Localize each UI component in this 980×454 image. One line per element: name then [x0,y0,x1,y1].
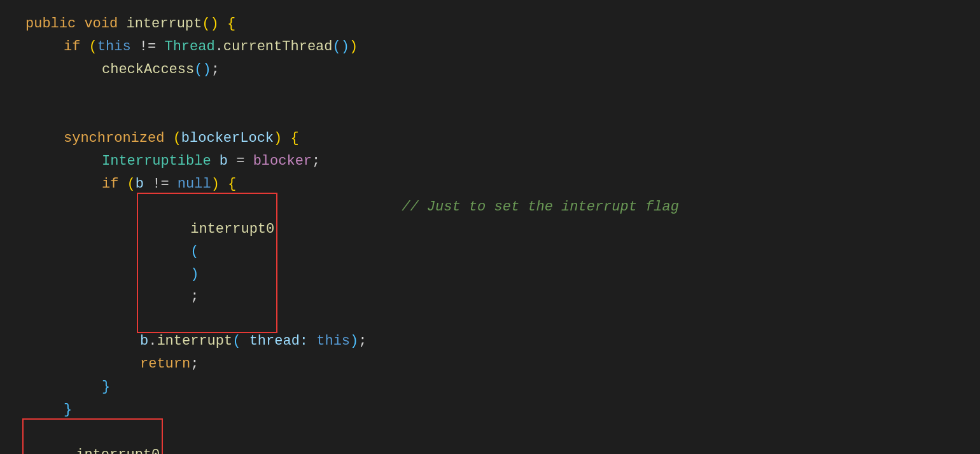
keyword-public: public [25,13,76,35]
code-line-11: return ; [25,353,955,376]
label-thread: thread: [249,330,308,352]
code-line-12: } [25,376,955,399]
keyword-null: null [178,173,211,195]
code-line-10: b . interrupt ( thread: this ) ; [25,330,955,353]
keyword-this: this [97,36,131,58]
empty-line-2 [25,104,955,127]
keyword-synchronized: synchronized [64,127,164,149]
highlight-interrupt0-1: interrupt0 ( ) ; [140,196,274,330]
code-line-13: } [25,399,955,422]
brace-open: { [227,13,235,35]
code-line-14: interrupt0 ( ) ; [25,422,955,454]
code-line-9: interrupt0 ( ) ; // Just to set the inte… [25,196,955,330]
method-checkaccess: checkAccess [102,58,194,81]
paren-close: ) [210,13,218,35]
method-interrupt0-2: interrupt0 [76,447,160,454]
method-interrupt0-1: interrupt0 [190,221,274,237]
keyword-return: return [140,353,190,375]
code-line-7: Interruptible b = blocker ; [25,150,955,173]
keyword-if: if [64,36,80,58]
var-blockerlock: blockerLock [181,127,274,149]
code-line-3: checkAccess ( ) ; [25,58,955,81]
method-name: interrupt [126,13,202,35]
type-interruptible: Interruptible [102,150,211,172]
empty-line-1 [25,81,955,104]
code-line-8: if ( b != null ) { [25,173,955,196]
keyword-this-2: this [316,330,350,352]
paren-open: ( [202,13,210,35]
type-thread: Thread [164,36,214,58]
var-blocker: blocker [253,150,312,172]
method-interrupt: interrupt [157,330,232,352]
code-line-2: if ( this != Thread . currentThread ( ) … [25,36,955,58]
comment-interrupt-flag: // Just to set the interrupt flag [402,196,679,218]
method-currentthread: currentThread [223,36,333,58]
code-line-6: synchronized ( blockerLock ) { [25,127,955,150]
highlight-interrupt0-2: interrupt0 ( ) ; [25,422,160,454]
code-line-1: public void interrupt ( ) { [25,13,955,36]
keyword-void: void [84,13,118,35]
keyword-if-2: if [102,173,118,195]
code-view: public void interrupt ( ) { if ( this !=… [0,0,980,454]
var-b: b [220,150,228,172]
